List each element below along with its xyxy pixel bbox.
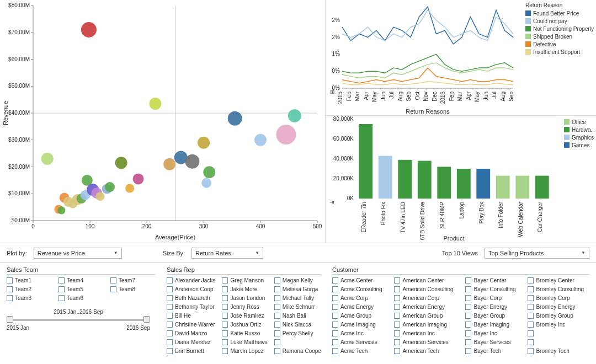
filter-checkbox[interactable]: Diana Mendez	[167, 338, 215, 346]
filter-checkbox[interactable]: Acme Services	[332, 338, 387, 346]
legend-item[interactable]: Shipped Broken	[525, 33, 594, 40]
legend-item[interactable]: Insufficient Support	[525, 48, 594, 56]
legend-item[interactable]: Hardwa..	[564, 126, 594, 133]
filter-checkbox[interactable]: Team4	[58, 276, 104, 285]
filter-checkbox[interactable]: American Energy	[394, 302, 459, 311]
legend-item[interactable]: Games	[564, 141, 594, 149]
filter-checkbox[interactable]: Alexander Jacks	[167, 276, 215, 285]
filter-checkbox[interactable]: Bill He	[167, 311, 215, 320]
filter-checkbox[interactable]: Michael Tally	[274, 293, 321, 302]
filter-checkbox[interactable]: Megan Kelly	[274, 276, 321, 285]
filter-checkbox[interactable]: Team3	[7, 293, 52, 302]
svg-text:May: May	[371, 92, 377, 102]
filter-checkbox[interactable]: Bromley Corp	[528, 293, 589, 302]
filter-checkbox[interactable]: Jenny Ross	[222, 302, 267, 311]
filter-checkbox[interactable]: Bayer Center	[465, 276, 521, 285]
legend-item[interactable]: Not Functioning Properly	[525, 25, 594, 33]
filter-checkbox[interactable]: Acme Group	[332, 311, 387, 320]
filter-checkbox[interactable]: Bayer Energy	[465, 302, 521, 311]
filter-checkbox[interactable]: Bayer Imaging	[465, 320, 521, 329]
filter-checkbox[interactable]: Ramona Coope	[274, 346, 321, 355]
filter-checkbox[interactable]: Bayer Consulting	[465, 285, 521, 293]
filter-checkbox[interactable]: Acme Energy	[332, 302, 387, 311]
legend-item[interactable]: Defective	[525, 40, 594, 48]
filter-checkbox[interactable]: Bayer Inc	[465, 329, 521, 338]
filter-checkbox[interactable]: Bromley Consulting	[528, 285, 589, 293]
svg-point-49	[105, 182, 115, 192]
filter-checkbox[interactable]: Luke Matthews	[222, 338, 267, 346]
filter-checkbox[interactable]: Team2	[7, 285, 52, 293]
filter-checkbox[interactable]: Acme Imaging	[332, 320, 387, 329]
svg-point-58	[201, 178, 211, 188]
filter-checkbox[interactable]: Acme Tech	[332, 346, 387, 355]
filter-checkbox[interactable]: David Manzo	[167, 329, 215, 338]
filter-checkbox[interactable]: Team5	[58, 285, 104, 293]
filter-checkbox[interactable]: Katie Russo	[222, 329, 267, 338]
filter-checkbox[interactable]: Nick Siacca	[274, 320, 321, 329]
filter-checkbox[interactable]	[528, 338, 589, 346]
filter-checkbox[interactable]: American Imaging	[394, 320, 459, 329]
filter-checkbox[interactable]: Mike Schnurr	[274, 302, 321, 311]
filter-checkbox[interactable]: Team1	[7, 276, 52, 285]
filter-checkbox[interactable]: American Services	[394, 338, 459, 346]
filter-checkbox[interactable]: Nash Bali	[274, 311, 321, 320]
plot-by-label: Plot by:	[7, 250, 27, 256]
filter-checkbox[interactable]: American Tech	[394, 346, 459, 355]
legend-title: Return Reason	[525, 2, 594, 8]
filter-checkbox[interactable]: Bayer Tech	[465, 346, 521, 355]
svg-text:Play Box: Play Box	[478, 202, 485, 223]
filter-checkbox[interactable]: Bromley Inc	[528, 320, 589, 329]
svg-text:Mar: Mar	[457, 91, 463, 101]
filter-checkbox[interactable]: Bromley Tech	[528, 346, 589, 355]
filter-checkbox[interactable]: Jakie More	[222, 285, 267, 293]
filter-checkbox[interactable]: Christine Warrer	[167, 320, 215, 329]
filter-checkbox[interactable]: Melissa Gorga	[274, 285, 321, 293]
filter-checkbox[interactable]: Greg Manson	[222, 276, 267, 285]
filter-checkbox[interactable]: Acme Corp	[332, 293, 387, 302]
filter-checkbox[interactable]: American Consulting	[394, 285, 459, 293]
filter-checkbox[interactable]: American Corp	[394, 293, 459, 302]
filter-checkbox[interactable]	[528, 329, 589, 338]
filter-checkbox[interactable]: Jason London	[222, 293, 267, 302]
filter-checkbox[interactable]: Team8	[110, 285, 156, 293]
filter-checkbox[interactable]: Acme Inc	[332, 329, 387, 338]
filter-checkbox[interactable]: Bromley Group	[528, 311, 589, 320]
filter-checkbox[interactable]: Acme Consulting	[332, 285, 387, 293]
legend-item[interactable]: Office	[564, 118, 594, 126]
size-by-select[interactable]: Return Rates	[191, 248, 263, 259]
slider-handle-start[interactable]	[7, 316, 13, 323]
legend-item[interactable]: Could not pay	[525, 17, 594, 25]
top10-select[interactable]: Top Selling Products	[485, 248, 589, 259]
filter-checkbox[interactable]: American Group	[394, 311, 459, 320]
svg-text:60,000K: 60,000K	[333, 136, 354, 142]
plot-by-select[interactable]: Revenue vs Price	[34, 248, 122, 259]
legend-item[interactable]: Graphics	[564, 133, 594, 141]
slider-handle-end[interactable]	[143, 316, 150, 323]
filter-checkbox[interactable]: Joshua Ortiz	[222, 320, 267, 329]
filter-checkbox[interactable]: Bromley Center	[528, 276, 589, 285]
filter-checkbox[interactable]: Bethanny Taylor	[167, 302, 215, 311]
svg-text:⇥: ⇥	[329, 199, 334, 205]
filter-checkbox[interactable]: Beth Nazareth	[167, 293, 215, 302]
filter-checkbox[interactable]: Team6	[58, 293, 104, 302]
legend-item[interactable]: Found Better Price	[525, 9, 594, 17]
filter-checkbox[interactable]: Acme Center	[332, 276, 387, 285]
svg-text:1%: 1%	[332, 51, 340, 57]
filter-checkbox[interactable]: Percy Shelly	[274, 329, 321, 338]
filter-checkbox[interactable]: Erin Burnett	[167, 346, 215, 355]
filter-checkbox[interactable]: Team7	[110, 276, 156, 285]
filter-checkbox[interactable]: Bayer Corp	[465, 293, 521, 302]
filter-checkbox[interactable]: Bayer Services	[465, 338, 521, 346]
filter-checkbox[interactable]: Anderson Coop	[167, 285, 215, 293]
filter-checkbox[interactable]: Jose Ramirez	[222, 311, 267, 320]
time-slider[interactable]: 2015 Jan..2016 Sep 2015 Jan 2016 Sep	[7, 309, 150, 331]
filter-checkbox[interactable]: Marvin Lopez	[222, 346, 267, 355]
filter-checkbox[interactable]: Bromley Energy	[528, 302, 589, 311]
filter-checkbox[interactable]	[274, 338, 321, 346]
svg-text:Product: Product	[444, 235, 465, 242]
filter-checkbox[interactable]: American Center	[394, 276, 459, 285]
svg-point-60	[228, 111, 242, 126]
filter-checkbox[interactable]: Bayer Group	[465, 311, 521, 320]
svg-text:$10.00M: $10.00M	[8, 190, 30, 196]
filter-checkbox[interactable]: American Inc	[394, 329, 459, 338]
